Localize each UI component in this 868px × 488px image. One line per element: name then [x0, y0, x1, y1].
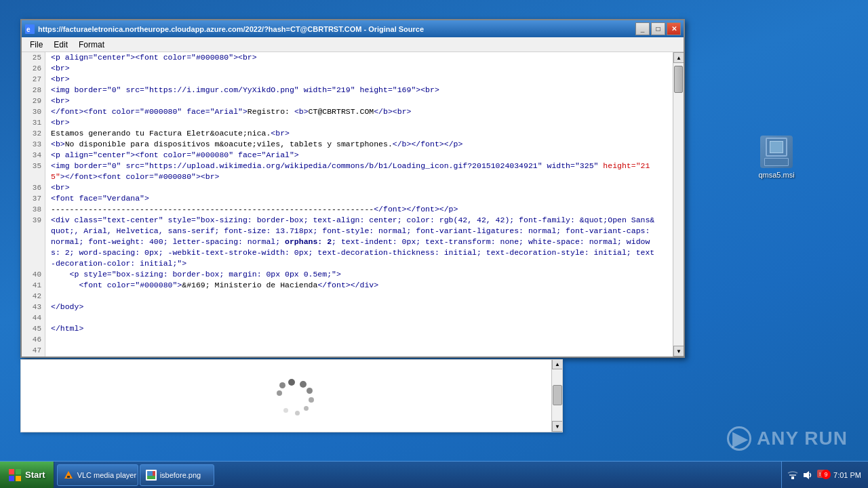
qmsa5-icon — [760, 136, 793, 168]
anyrun-watermark: ▶ ANY RUN — [727, 426, 848, 451]
svg-rect-10 — [153, 471, 155, 476]
taskbar-item-vlc[interactable]: VLC media player — [57, 464, 138, 486]
dot-9 — [283, 408, 288, 413]
svg-rect-7 — [67, 476, 70, 478]
window-icon: e — [24, 24, 35, 35]
svg-rect-5 — [16, 476, 21, 481]
minimize-button[interactable]: _ — [635, 22, 650, 35]
dot-6 — [295, 411, 300, 415]
source-window: e https://facturaeletronica.northeurope.… — [20, 19, 685, 358]
code-view[interactable]: 25 <p align="center"><font color="#00008… — [22, 52, 673, 357]
svg-rect-12 — [791, 476, 794, 479]
taskbar-item-paint-label: isbefore.png — [160, 471, 201, 479]
close-button[interactable]: ✕ — [667, 22, 681, 35]
code-line-36: 36 <br> — [22, 182, 660, 193]
dot-1 — [288, 379, 295, 386]
windows-logo-icon — [8, 468, 22, 482]
code-line-48: 48 — [22, 356, 660, 357]
code-line-43: 43 </body> — [22, 302, 660, 312]
scroll-down-arrow[interactable]: ▼ — [673, 346, 684, 357]
taskbar-item-paint[interactable]: isbefore.png — [140, 464, 214, 486]
popup-scroll-down[interactable]: ▼ — [552, 421, 563, 432]
window-titlebar: e https://facturaeletronica.northeurope.… — [22, 20, 684, 37]
notification-badge: 9 — [821, 470, 831, 479]
code-line-47: 47 — [22, 345, 660, 356]
dot-2 — [300, 381, 307, 388]
scrollbar-thumb[interactable] — [674, 66, 683, 93]
menu-format[interactable]: Format — [73, 39, 110, 51]
network-tray-icon[interactable] — [787, 470, 798, 481]
code-line-33: 33 <b>No disponible para dispositivos m&… — [22, 139, 660, 150]
scrollbar-vertical[interactable]: ▲ ▼ — [673, 52, 684, 357]
loading-popup: ▲ ▼ — [20, 359, 563, 432]
watermark-play-icon: ▶ — [727, 426, 751, 451]
code-line-26: 26 <br> — [22, 63, 660, 74]
code-line-28: 28 <img border="0" src="https://i.imgur.… — [22, 85, 660, 96]
desktop-icon-qmsa5[interactable]: qmsa5.msi — [749, 136, 804, 179]
start-button[interactable]: Start — [0, 462, 54, 488]
code-line-32: 32 Estamos generando tu Factura Eletr&oa… — [22, 128, 660, 139]
svg-text:e: e — [26, 26, 31, 33]
svg-rect-3 — [16, 469, 21, 474]
code-line-39: 39 <div class="text-center" style="box-s… — [22, 215, 660, 269]
code-line-44: 44 — [22, 312, 660, 323]
menu-file[interactable]: File — [24, 39, 48, 51]
code-line-38: 38 -------------------------------------… — [22, 204, 660, 215]
code-line-37: 37 <font face="Verdana"> — [22, 193, 660, 204]
vlc-icon — [63, 470, 74, 481]
svg-rect-4 — [9, 476, 14, 481]
svg-rect-2 — [9, 469, 14, 474]
svg-rect-11 — [147, 476, 155, 479]
dot-4 — [309, 397, 314, 403]
code-line-31: 31 <br> — [22, 117, 660, 128]
system-tray: ! 9 7:01 PM — [781, 462, 868, 488]
svg-rect-13 — [789, 474, 796, 476]
menu-edit[interactable]: Edit — [48, 39, 73, 51]
desktop-icon-label: qmsa5.msi — [758, 171, 794, 179]
svg-marker-14 — [804, 471, 809, 479]
window-title: https://facturaeletronica.northeurope.cl… — [38, 25, 635, 33]
window-controls: _ □ ✕ — [635, 22, 681, 35]
code-line-25: 25 <p align="center"><font color="#00008… — [22, 52, 660, 63]
code-lines: 25 <p align="center"><font color="#00008… — [22, 52, 660, 357]
maximize-button[interactable]: □ — [651, 22, 665, 35]
code-line-30: 30 </font><font color="#000080" face="Ar… — [22, 106, 660, 117]
start-label: Start — [25, 470, 45, 480]
code-line-35: 35 <img border="0" src="https://upload.w… — [22, 161, 660, 182]
menu-bar: File Edit Format — [22, 37, 684, 52]
dot-8 — [279, 382, 285, 388]
dot-5 — [304, 406, 309, 411]
dot-3 — [307, 388, 313, 394]
content-area: 25 <p align="center"><font color="#00008… — [22, 52, 684, 357]
taskbar-items: VLC media player isbefore.png — [54, 462, 781, 488]
code-line-41: 41 <font color="#000080">&#169; Minister… — [22, 280, 660, 291]
popup-scrollbar[interactable]: ▲ ▼ — [551, 359, 562, 432]
taskbar-item-vlc-label: VLC media player — [77, 471, 136, 479]
code-line-29: 29 <br> — [22, 96, 660, 106]
scroll-up-arrow[interactable]: ▲ — [673, 52, 684, 63]
code-line-27: 27 <br> — [22, 74, 660, 85]
volume-tray-icon[interactable] — [802, 470, 813, 481]
popup-scroll-thumb[interactable] — [553, 385, 562, 405]
code-line-46: 46 — [22, 334, 660, 345]
notification-tray-icon[interactable]: ! 9 — [817, 470, 828, 481]
code-line-42: 42 — [22, 291, 660, 302]
loading-spinner — [264, 375, 319, 416]
paint-icon — [146, 470, 157, 481]
dot-7 — [277, 390, 282, 396]
svg-rect-9 — [147, 471, 153, 476]
svg-text:!: ! — [819, 472, 821, 476]
system-clock[interactable]: 7:01 PM — [832, 471, 863, 479]
code-line-40: 40 <p style="box-sizing: border-box; mar… — [22, 269, 660, 280]
code-line-45: 45 </html> — [22, 323, 660, 334]
taskbar: Start VLC media player — [0, 461, 868, 488]
code-line-34: 34 <p align="center"><font color="#00008… — [22, 150, 660, 161]
popup-scroll-up[interactable]: ▲ — [552, 359, 563, 369]
